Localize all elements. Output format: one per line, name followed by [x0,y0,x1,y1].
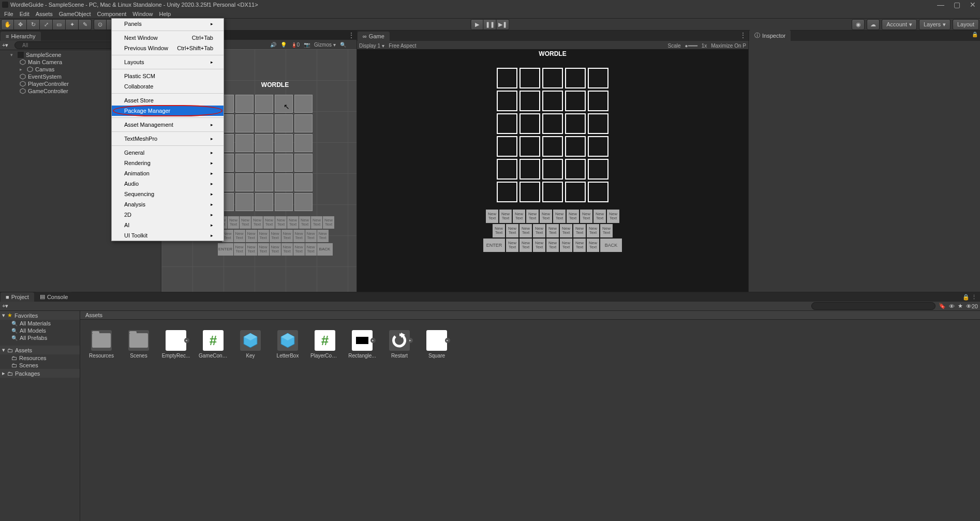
favorite-filter-button[interactable]: 👁 [949,303,955,309]
asset-item[interactable]: #GameCont... [200,330,226,359]
keyboard-key[interactable]: New Text [513,210,525,223]
display-dropdown[interactable]: Display 1 ▾ [359,43,384,49]
keyboard-key[interactable]: New Text [258,243,269,256]
keyboard-key[interactable]: New Text [499,210,512,223]
fav-item[interactable]: 🔍All Materials [0,320,80,327]
keyboard-key[interactable]: New Text [293,230,305,242]
keyboard-key[interactable]: New Text [506,224,518,237]
keyboard-key[interactable]: New Text [293,243,305,256]
menu-asset-store[interactable]: Asset Store [112,95,224,106]
menu-sequencing[interactable]: Sequencing▸ [112,189,224,199]
keyboard-key[interactable]: New Text [323,216,334,229]
fav-item[interactable]: 🔍All Prefabs [0,334,80,341]
panel-lock-icon[interactable]: 🔒 ⋮ [959,293,980,302]
menu-rendering[interactable]: Rendering▸ [112,158,224,168]
rotate-tool-button[interactable]: ↻ [27,19,40,30]
menu-panels[interactable]: Panels▸ [112,19,224,29]
keyboard-key[interactable]: New Text [593,210,606,223]
menu-collaborate[interactable]: Collaborate [112,81,224,92]
menu-audio[interactable]: Audio▸ [112,178,224,189]
keyboard-key[interactable]: New Text [270,230,281,242]
keyboard-key[interactable]: New Text [546,239,559,252]
keyboard-key[interactable]: New Text [533,224,545,237]
menu-file[interactable]: File [1,10,17,18]
scale-tool-button[interactable]: ⤢ [40,19,53,30]
keyboard-key[interactable]: New Text [251,216,263,229]
asset-folder-item[interactable]: 🗀Scenes [0,362,80,369]
star-filter-button[interactable]: ★ [958,303,963,309]
keyboard-key[interactable]: New Text [258,230,269,242]
menu-ai[interactable]: AI▸ [112,220,224,230]
asset-item[interactable]: ▸Restart [387,330,412,359]
menu-plastic[interactable]: Plastic SCM [112,71,224,81]
panel-menu-icon[interactable]: ⋮ [740,32,746,39]
keyboard-key[interactable]: New Text [246,243,257,256]
menu-package-manager[interactable]: Package Manager [112,106,224,116]
scene-fx-toggle[interactable]: 💡 [280,42,287,48]
menu-layouts[interactable]: Layouts▸ [112,57,224,67]
minimize-button[interactable]: — [937,1,944,9]
keyboard-key[interactable]: New Text [533,239,545,252]
asset-item[interactable]: Key [237,330,263,359]
collab-icon-button[interactable]: ◉ [852,19,865,30]
move-tool-button[interactable]: ✥ [14,19,27,30]
search-icon[interactable]: 🔍 [340,42,346,48]
keyboard-key[interactable]: New Text [281,243,293,256]
keyboard-key[interactable]: New Text [519,224,532,237]
assets-header[interactable]: ▾🗀Assets [0,346,80,354]
keyboard-key[interactable]: New Text [567,210,579,223]
asset-item[interactable]: ▸EmptyRec... [163,330,189,359]
keyboard-key[interactable]: New Text [305,230,317,242]
menu-help[interactable]: Help [156,10,174,18]
asset-item[interactable]: Resources [88,330,114,359]
keyboard-key[interactable]: New Text [493,224,505,237]
keyboard-key[interactable]: New Text [587,224,599,237]
scene-audio-toggle[interactable]: 🔊 [270,42,276,48]
menu-assets[interactable]: Assets [33,10,56,18]
keyboard-key[interactable]: New Text [270,243,281,256]
keyboard-key[interactable]: New Text [234,243,245,256]
layers-dropdown[interactable]: Layers▾ [919,19,951,30]
lock-icon[interactable]: 🔒 [972,32,978,37]
asset-item[interactable]: ▸Rectangle... [349,330,375,359]
tab-hierarchy[interactable]: ≡ Hierarchy [1,32,41,41]
keyboard-key[interactable]: New Text [240,216,251,229]
play-button[interactable]: ▶ [471,19,484,30]
menu-gameobject[interactable]: GameObject [56,10,94,18]
pause-button[interactable]: ❚❚ [484,19,497,30]
keyboard-key[interactable]: New Text [519,239,532,252]
scale-slider[interactable]: ●━━━ [685,43,697,49]
menu-ui-toolkit[interactable]: UI Toolkit▸ [112,230,224,241]
filter-button[interactable]: 🔖 [939,303,946,309]
tab-project[interactable]: ■ Project [1,292,34,302]
aspect-dropdown[interactable]: Free Aspect [389,43,416,49]
keyboard-key[interactable]: New Text [234,230,245,242]
keyboard-key[interactable]: New Text [560,239,572,252]
tab-inspector[interactable]: ⓘ Inspector [749,30,791,41]
scene-camera-toggle[interactable]: 📷 [304,42,310,48]
keyboard-key[interactable]: New Text [506,239,518,252]
project-search-input[interactable] [811,302,936,310]
scene-gizmo-toggle[interactable]: 🧯0 [291,42,300,48]
keyboard-key[interactable]: New Text [540,210,552,223]
menu-edit[interactable]: Edit [17,10,33,18]
tab-console[interactable]: ▤ Console [35,292,73,302]
step-button[interactable]: ▶❚ [497,19,510,30]
back-key[interactable]: BACK [600,239,622,252]
tab-game[interactable]: ∞ Game [358,32,390,41]
keyboard-key[interactable]: New Text [607,210,619,223]
asset-item[interactable]: ▸Square [424,330,450,359]
maximize-toggle[interactable]: Maximize On P [711,43,746,49]
asset-item[interactable]: #PlayerCont... [312,330,338,359]
keyboard-key[interactable]: New Text [587,239,599,252]
keyboard-key[interactable]: New Text [311,216,322,229]
keyboard-key[interactable]: New Text [287,216,299,229]
enter-key[interactable]: ENTER [483,239,505,252]
keyboard-key[interactable]: New Text [580,210,592,223]
rect-tool-button[interactable]: ▭ [53,19,66,30]
menu-prev-window[interactable]: Previous WindowCtrl+Shift+Tab [112,43,224,53]
back-key[interactable]: BACK [317,243,333,256]
keyboard-key[interactable]: New Text [573,224,586,237]
transform-tool-button[interactable]: ✦ [66,19,79,30]
packages-header[interactable]: ▸🗀Packages [0,369,80,378]
